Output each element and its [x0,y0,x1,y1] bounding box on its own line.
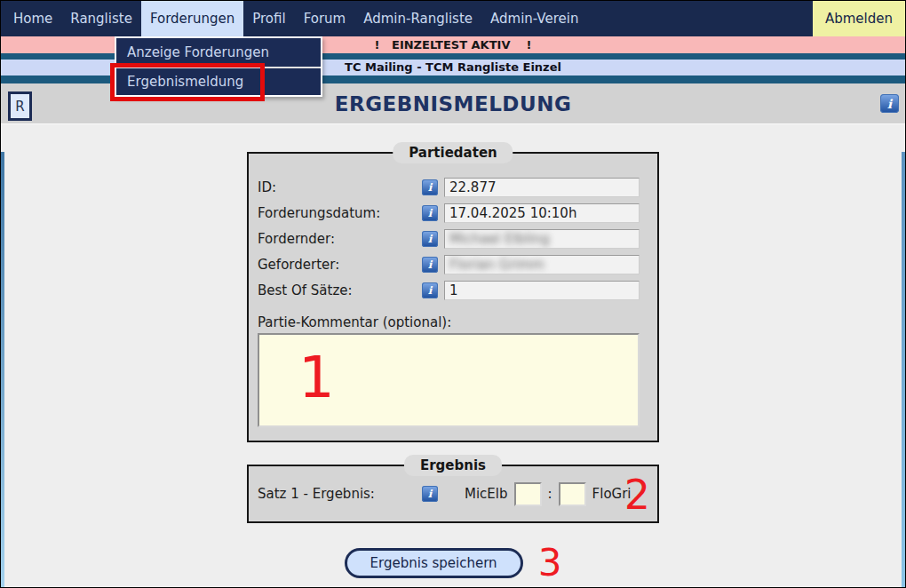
field-label: ID: [258,179,422,195]
blurred-player-name: Michael Elbling [449,231,550,247]
comment-textarea[interactable]: 1 [258,333,640,427]
ergebnis-legend: Ergebnis [404,455,502,476]
partiedaten-fieldset: Partiedaten ID: i 22.877 Forderungsdatum… [247,152,659,442]
info-icon[interactable]: i [422,205,438,221]
forderungen-dropdown-menu: Anzeige Forderungen Ergebnismeldung [115,36,322,97]
button-row: Ergebnis speichern 3 [247,544,659,582]
field-label: Fordernder: [258,231,422,247]
field-label: Geforderter: [258,257,422,273]
menu-item-anzeige-forderungen[interactable]: Anzeige Forderungen [116,38,321,67]
app-window: Home Rangliste Forderungen Profil Forum … [0,0,906,588]
info-icon[interactable]: i [880,94,899,113]
annotation-step-2: 2 [624,474,650,515]
nav-item-forderungen[interactable]: Forderungen [141,1,243,36]
result-form: Partiedaten ID: i 22.877 Forderungsdatum… [247,152,659,582]
nav-item-forum[interactable]: Forum [295,1,355,36]
ergebnis-fieldset: Ergebnis Satz 1 - Ergebnis: i MicElb : F… [247,465,659,523]
field-label: Forderungsdatum: [258,205,422,221]
nav-item-admin-verein[interactable]: Admin-Verein [481,1,587,36]
r-shortcut-button[interactable]: R [8,91,32,121]
field-label: Satz 1 - Ergebnis: [258,486,422,502]
field-row-id: ID: i 22.877 [258,174,640,200]
content-area: Partiedaten ID: i 22.877 Forderungsdatum… [1,152,905,588]
field-label: Best Of Sätze: [258,282,422,298]
field-value: 17.04.2025 10:10h [449,205,576,221]
blurred-player-name: Florian Grimm [449,257,544,273]
nav-item-admin-rangliste[interactable]: Admin-Rangliste [354,1,481,36]
score2-input[interactable] [559,482,586,506]
fordernder-field[interactable]: Michael Elbling [444,229,640,249]
left-border-strip [1,152,4,588]
info-icon[interactable]: i [422,179,438,195]
player1-abbr: MicElb [465,486,508,502]
forderungsdatum-field[interactable]: 17.04.2025 10:10h [444,203,640,223]
nav-item-profil[interactable]: Profil [243,1,294,36]
info-icon[interactable]: i [422,231,438,247]
field-row-forderungsdatum: Forderungsdatum: i 17.04.2025 10:10h [258,200,640,226]
save-result-button[interactable]: Ergebnis speichern [345,548,523,578]
field-row-fordernder: Fordernder: i Michael Elbling [258,226,640,251]
nav-item-home[interactable]: Home [4,1,61,36]
info-icon[interactable]: i [422,257,438,273]
annotation-step-1: 1 [298,349,335,406]
info-icon[interactable]: i [422,282,438,298]
id-field[interactable]: 22.877 [444,178,640,197]
score1-input[interactable] [514,482,542,506]
top-nav: Home Rangliste Forderungen Profil Forum … [1,1,905,36]
field-value: 22.877 [449,179,497,195]
annotation-step-3: 3 [538,544,562,582]
geforderter-field[interactable]: Florian Grimm [444,255,640,274]
field-value: 1 [449,282,458,298]
field-row-best-of: Best Of Sätze: i 1 [258,277,640,303]
field-row-geforderter: Geforderter: i Florian Grimm [258,251,640,277]
nav-item-rangliste[interactable]: Rangliste [61,1,141,36]
logout-button[interactable]: Abmelden [813,1,905,36]
right-border-strip [902,152,905,588]
best-of-field[interactable]: 1 [444,281,640,300]
info-icon[interactable]: i [422,486,438,502]
menu-item-ergebnismeldung[interactable]: Ergebnismeldung [116,67,321,95]
comment-label: Partie-Kommentar (optional): [258,314,640,330]
score-separator: : [548,486,552,502]
partiedaten-legend: Partiedaten [393,142,513,163]
